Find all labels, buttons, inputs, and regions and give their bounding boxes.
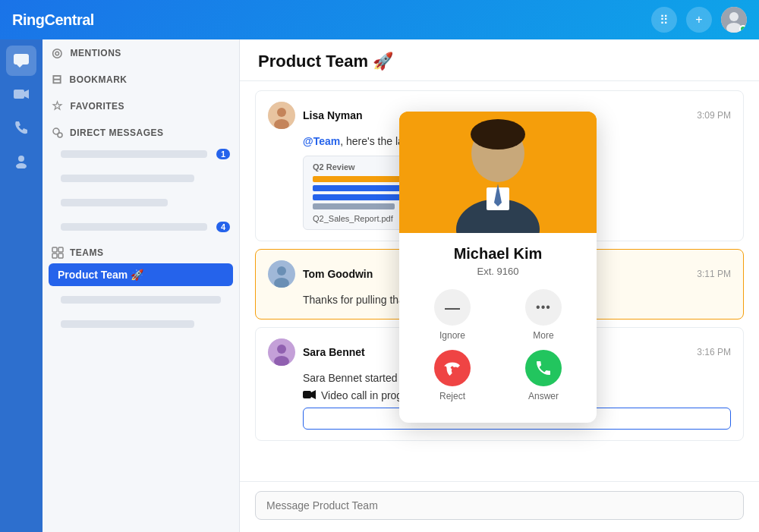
sender-name: Tom Goodwin xyxy=(303,268,373,280)
avatar xyxy=(268,338,295,366)
message-time: 3:09 PM xyxy=(697,110,731,121)
sender-name: Sara Bennet xyxy=(303,346,365,358)
ignore-icon: — xyxy=(434,289,471,326)
svg-point-22 xyxy=(277,345,286,354)
teams-section-header: TEAMS xyxy=(43,239,239,262)
dm-section-header: DIRECT MESSAGES xyxy=(43,119,239,142)
more-button[interactable]: ••• More xyxy=(502,289,584,341)
mentions-label: MENTIONS xyxy=(71,48,121,58)
sidebar-icon-video[interactable] xyxy=(6,79,36,109)
teams-section-title: TEAMS xyxy=(70,247,104,258)
svg-point-28 xyxy=(471,119,525,150)
team-label-product: Product Team 🚀 xyxy=(58,269,143,281)
sender-info: Tom Goodwin xyxy=(268,260,373,288)
answer-button[interactable]: Answer xyxy=(502,350,584,401)
reject-icon xyxy=(434,350,471,386)
sidebar-item-mentions[interactable]: ◎ MENTIONS xyxy=(43,39,239,66)
header-actions: ⠿ + xyxy=(651,7,747,33)
main-sidebar: ◎ MENTIONS ⊟ BOOKMARK ☆ FAVORITES DIRECT… xyxy=(43,39,240,532)
chart-bar-1 xyxy=(313,176,412,182)
mention-tag: @Team xyxy=(303,135,340,147)
incoming-call-overlay: Michael Kim Ext. 9160 — Ignore ••• xyxy=(399,112,597,423)
messages-area: Lisa Nyman 3:09 PM @Team, here's the lat… xyxy=(240,81,759,481)
favorites-label: FAVORITES xyxy=(71,101,125,112)
dm-item-3[interactable] xyxy=(43,190,239,215)
content-area: Product Team 🚀 Lisa Nyman 3:09 PM @Team,… xyxy=(240,39,759,532)
svg-point-10 xyxy=(58,133,62,137)
message-input[interactable] xyxy=(255,491,744,520)
svg-rect-3 xyxy=(14,54,29,65)
add-button[interactable]: + xyxy=(686,7,712,33)
sender-info: Sara Bennet xyxy=(268,338,365,366)
sender-name: Lisa Nyman xyxy=(303,109,363,121)
reject-button[interactable]: Reject xyxy=(411,350,493,401)
svg-point-7 xyxy=(18,156,24,162)
dm-item-1[interactable]: 1 xyxy=(43,142,239,166)
app-body: ◎ MENTIONS ⊟ BOOKMARK ☆ FAVORITES DIRECT… xyxy=(0,39,759,532)
ignore-label: Ignore xyxy=(439,330,465,341)
icon-sidebar xyxy=(0,39,43,532)
sidebar-icon-phone[interactable] xyxy=(6,112,36,143)
svg-marker-25 xyxy=(311,390,316,399)
message-time: 3:16 PM xyxy=(697,347,731,357)
svg-rect-12 xyxy=(58,247,63,252)
ignore-button[interactable]: — Ignore xyxy=(411,289,493,341)
bookmark-label: BOOKMARK xyxy=(70,74,128,85)
svg-rect-24 xyxy=(303,391,311,398)
svg-marker-6 xyxy=(24,90,29,99)
svg-point-8 xyxy=(16,163,27,168)
svg-marker-4 xyxy=(17,65,23,68)
sidebar-item-bookmark[interactable]: ⊟ BOOKMARK xyxy=(43,66,239,93)
reject-label: Reject xyxy=(439,391,465,401)
team-item-3[interactable] xyxy=(43,312,239,336)
caller-photo xyxy=(399,112,597,233)
caller-name: Michael Kim xyxy=(411,245,584,263)
answer-label: Answer xyxy=(528,391,559,401)
channel-header: Product Team 🚀 xyxy=(240,39,759,81)
svg-rect-5 xyxy=(14,90,24,99)
dm-item-4[interactable]: 4 xyxy=(43,215,239,239)
svg-point-19 xyxy=(277,266,286,275)
svg-point-1 xyxy=(729,12,739,21)
sidebar-item-favorites[interactable]: ☆ FAVORITES xyxy=(43,93,239,119)
more-label: More xyxy=(533,330,553,341)
header: RingCentral ⠿ + xyxy=(0,0,759,39)
dm-badge-1: 1 xyxy=(216,149,230,159)
message-time: 3:11 PM xyxy=(697,269,731,279)
avatar xyxy=(268,102,295,129)
plus-icon: + xyxy=(695,13,702,27)
team-item-2[interactable] xyxy=(43,288,239,312)
svg-rect-11 xyxy=(52,247,57,252)
answer-icon xyxy=(525,350,562,386)
svg-point-16 xyxy=(277,108,286,117)
channel-title: Product Team 🚀 xyxy=(258,52,741,71)
sidebar-icon-messages[interactable] xyxy=(6,46,36,76)
svg-rect-14 xyxy=(58,253,63,258)
svg-rect-13 xyxy=(52,253,57,258)
call-info: Michael Kim Ext. 9160 — Ignore ••• xyxy=(399,233,597,423)
dm-badge-4: 4 xyxy=(216,222,230,232)
grid-icon: ⠿ xyxy=(660,13,669,27)
call-actions: — Ignore ••• More xyxy=(411,289,584,401)
team-item-product[interactable]: Product Team 🚀 xyxy=(49,263,233,286)
app-logo: RingCentral xyxy=(12,11,94,29)
dm-item-2[interactable] xyxy=(43,166,239,190)
favorites-icon: ☆ xyxy=(52,99,63,113)
avatar xyxy=(268,260,295,288)
grid-icon-button[interactable]: ⠿ xyxy=(651,7,677,33)
caller-ext: Ext. 9160 xyxy=(411,266,584,277)
mentions-icon: ◎ xyxy=(52,46,63,60)
chart-bar-4 xyxy=(313,203,395,209)
message-input-area xyxy=(240,481,759,532)
more-icon: ••• xyxy=(525,289,562,326)
dm-section-title: DIRECT MESSAGES xyxy=(70,127,164,138)
online-indicator xyxy=(739,25,747,33)
sender-info: Lisa Nyman xyxy=(268,102,363,129)
bookmark-icon: ⊟ xyxy=(52,72,62,87)
sidebar-icon-contacts[interactable] xyxy=(6,146,36,176)
user-avatar[interactable] xyxy=(721,7,747,33)
